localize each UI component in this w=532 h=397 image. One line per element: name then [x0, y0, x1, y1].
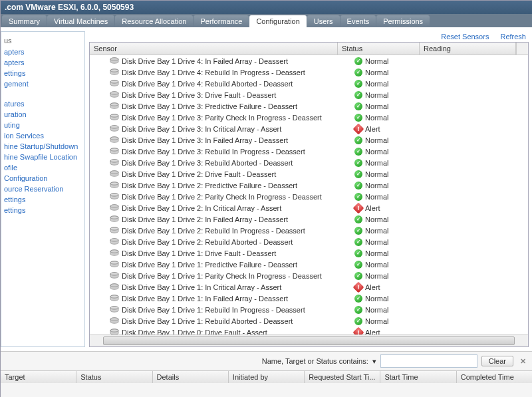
- table-row[interactable]: Disk Drive Bay 1 Drive 1: Drive Fault - …: [90, 247, 528, 259]
- status-text: Normal: [365, 57, 388, 65]
- table-row[interactable]: Disk Drive Bay 1 Drive 1: Rebuild In Pro…: [90, 304, 528, 315]
- sensor-text: Disk Drive Bay 1 Drive 2: Parity Check I…: [122, 193, 322, 201]
- sensor-text: Disk Drive Bay 1 Drive 2: Predictive Fai…: [122, 182, 297, 190]
- table-row[interactable]: Disk Drive Bay 1 Drive 1: Predictive Fai…: [90, 259, 528, 270]
- table-row[interactable]: Disk Drive Bay 1 Drive 2: In Critical Ar…: [90, 202, 528, 213]
- status-alert-icon: !: [353, 327, 364, 334]
- task-col[interactable]: Requested Start Ti...: [305, 371, 380, 383]
- table-row[interactable]: Disk Drive Bay 1 Drive 3: Parity Check I…: [90, 112, 528, 123]
- table-row[interactable]: Disk Drive Bay 1 Drive 2: In Failed Arra…: [90, 213, 528, 225]
- status-normal-icon: ✓: [354, 182, 362, 190]
- status-text: Normal: [365, 295, 388, 303]
- table-row[interactable]: Disk Drive Bay 1 Drive 2: Rebuild Aborte…: [90, 236, 528, 247]
- nav-item[interactable]: atures: [1, 98, 84, 109]
- task-col[interactable]: Status: [76, 371, 152, 383]
- nav-item[interactable]: apters: [1, 47, 84, 57]
- table-row[interactable]: Disk Drive Bay 1 Drive 2: Parity Check I…: [90, 191, 528, 202]
- status-normal-icon: ✓: [354, 114, 362, 122]
- table-row[interactable]: Disk Drive Bay 1 Drive 4: Rebuild In Pro…: [90, 66, 528, 78]
- status-text: Normal: [365, 68, 388, 76]
- disk-icon: [110, 159, 119, 166]
- tab-events[interactable]: Events: [340, 15, 376, 27]
- nav-item[interactable]: ion Services: [1, 130, 84, 141]
- disk-icon: [110, 306, 119, 313]
- nav-item[interactable]: ofile: [1, 162, 84, 173]
- sensor-text: Disk Drive Bay 1 Drive 4: In Failed Arra…: [122, 57, 288, 65]
- nav-item[interactable]: hine Swapfile Location: [1, 152, 84, 162]
- status-normal-icon: ✓: [354, 272, 362, 280]
- nav-item[interactable]: gement: [1, 78, 84, 89]
- disk-icon: [110, 170, 119, 178]
- horizontal-scrollbar[interactable]: [90, 334, 528, 346]
- left-nav: us aptersaptersettingsgementaturesuratio…: [1, 31, 85, 347]
- col-reading[interactable]: Reading: [420, 43, 516, 55]
- status-text: Alert: [365, 283, 380, 291]
- task-col[interactable]: Initiated by: [229, 371, 305, 383]
- task-col[interactable]: Details: [153, 371, 229, 383]
- table-row[interactable]: Disk Drive Bay 1 Drive 2: Predictive Fai…: [90, 180, 528, 191]
- table-row[interactable]: Disk Drive Bay 1 Drive 3: In Failed Arra…: [90, 134, 528, 146]
- filter-label: Name, Target or Status contains:: [262, 357, 368, 365]
- sensor-text: Disk Drive Bay 1 Drive 3: Predictive Fai…: [122, 102, 297, 110]
- status-normal-icon: ✓: [354, 227, 362, 235]
- table-row[interactable]: Disk Drive Bay 1 Drive 3: Rebuild In Pro…: [90, 146, 528, 157]
- col-sensor[interactable]: Sensor: [90, 43, 338, 55]
- table-row[interactable]: Disk Drive Bay 1 Drive 4: In Failed Arra…: [90, 55, 528, 66]
- grid-body[interactable]: Disk Drive Bay 1 Drive 4: In Failed Arra…: [90, 55, 528, 334]
- status-normal-icon: ✓: [354, 148, 362, 156]
- title-bar: .com VMware ESXi, 6.0.0, 5050593: [1, 1, 532, 14]
- table-row[interactable]: Disk Drive Bay 1 Drive 2: Rebuild In Pro…: [90, 225, 528, 236]
- scroll-thumb[interactable]: [103, 336, 515, 345]
- tab-performance[interactable]: Performance: [194, 15, 249, 27]
- status-text: Normal: [365, 182, 388, 190]
- task-col[interactable]: Target: [1, 371, 76, 383]
- tab-configuration[interactable]: Configuration: [249, 15, 306, 27]
- table-row[interactable]: Disk Drive Bay 1 Drive 2: Drive Fault - …: [90, 168, 528, 180]
- table-row[interactable]: Disk Drive Bay 1 Drive 3: Predictive Fai…: [90, 100, 528, 112]
- table-row[interactable]: Disk Drive Bay 1 Drive 3: Drive Fault - …: [90, 89, 528, 100]
- sensor-text: Disk Drive Bay 1 Drive 1: In Critical Ar…: [122, 283, 281, 291]
- tab-summary[interactable]: Summary: [2, 15, 47, 27]
- status-normal-icon: ✓: [354, 306, 362, 314]
- status-text: Normal: [365, 238, 388, 246]
- table-row[interactable]: Disk Drive Bay 1 Drive 1: Parity Check I…: [90, 270, 528, 281]
- top-links: Reset Sensors Refresh: [89, 31, 529, 42]
- nav-item[interactable]: uting: [1, 120, 84, 130]
- sensor-text: Disk Drive Bay 1 Drive 1: Rebuild Aborte…: [122, 317, 293, 325]
- task-col[interactable]: Start Time: [380, 371, 456, 383]
- nav-item[interactable]: ettings: [1, 205, 84, 215]
- table-row[interactable]: Disk Drive Bay 1 Drive 1: In Critical Ar…: [90, 281, 528, 293]
- nav-item[interactable]: Configuration: [1, 173, 84, 184]
- refresh-link[interactable]: Refresh: [500, 33, 526, 41]
- tab-resource-allocation[interactable]: Resource Allocation: [115, 15, 193, 27]
- table-row[interactable]: Disk Drive Bay 1 Drive 3: Rebuild Aborte…: [90, 157, 528, 168]
- tab-permissions[interactable]: Permissions: [376, 15, 430, 27]
- close-filter-icon[interactable]: ✕: [517, 357, 529, 366]
- status-normal-icon: ✓: [354, 295, 362, 303]
- table-row[interactable]: Disk Drive Bay 1 Drive 1: In Failed Arra…: [90, 293, 528, 304]
- table-row[interactable]: Disk Drive Bay 1 Drive 0: Drive Fault - …: [90, 327, 528, 334]
- tab-users[interactable]: Users: [307, 15, 340, 27]
- filter-input[interactable]: [380, 354, 477, 368]
- nav-item[interactable]: ource Reservation: [1, 184, 84, 194]
- nav-item[interactable]: hine Startup/Shutdown: [1, 141, 84, 152]
- disk-icon: [110, 68, 119, 76]
- nav-item[interactable]: ettings: [1, 68, 84, 78]
- nav-item[interactable]: apters: [1, 57, 84, 68]
- table-row[interactable]: Disk Drive Bay 1 Drive 1: Rebuild Aborte…: [90, 315, 528, 327]
- disk-icon: [110, 317, 119, 325]
- table-row[interactable]: Disk Drive Bay 1 Drive 4: Rebuild Aborte…: [90, 78, 528, 89]
- nav-item[interactable]: ettings: [1, 194, 84, 205]
- tab-virtual-machines[interactable]: Virtual Machines: [47, 15, 114, 27]
- filter-dropdown-icon[interactable]: ▾: [372, 357, 376, 366]
- filter-bar: Name, Target or Status contains: ▾ Clear…: [1, 351, 532, 370]
- task-col[interactable]: Completed Time: [457, 371, 532, 383]
- status-text: Normal: [365, 136, 388, 144]
- col-status[interactable]: Status: [338, 43, 420, 55]
- nav-item[interactable]: uration: [1, 109, 84, 120]
- status-alert-icon: !: [353, 202, 364, 213]
- table-row[interactable]: Disk Drive Bay 1 Drive 3: In Critical Ar…: [90, 123, 528, 134]
- status-normal-icon: ✓: [354, 249, 362, 257]
- reset-sensors-link[interactable]: Reset Sensors: [441, 33, 489, 41]
- clear-button[interactable]: Clear: [481, 356, 513, 366]
